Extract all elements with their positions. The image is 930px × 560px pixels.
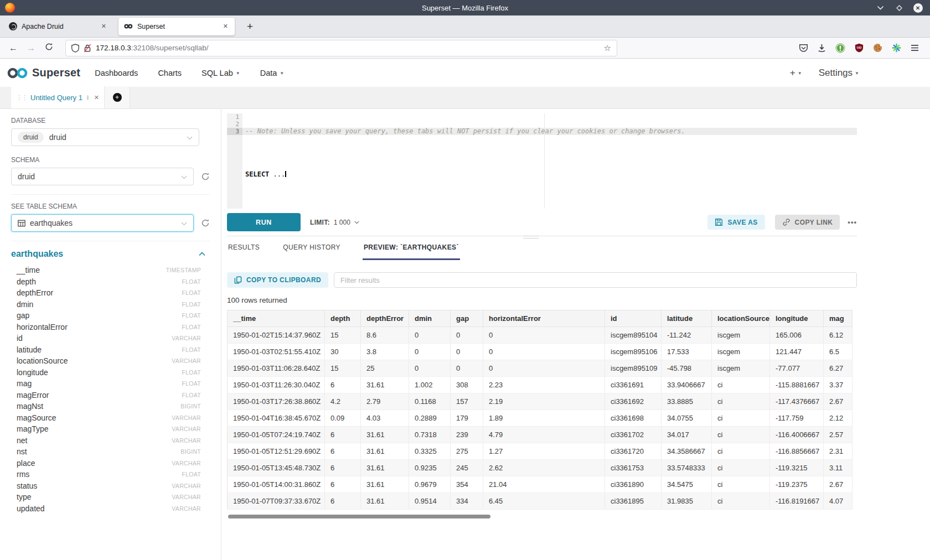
browser-tab-bar: Apache Druid✕Superset✕ + — [0, 15, 930, 38]
column-header-depth[interactable]: depth — [325, 310, 361, 327]
column-header-deptherror[interactable]: depthError — [361, 310, 409, 327]
table-cell: -116.8856667 — [770, 443, 824, 460]
bookmark-star-icon[interactable]: ☆ — [604, 43, 611, 53]
insecure-lock-icon[interactable] — [84, 44, 91, 53]
refresh-schema-icon[interactable] — [201, 172, 210, 181]
refresh-tables-icon[interactable] — [201, 219, 210, 227]
new-item-button[interactable]: + ▼ — [790, 68, 802, 79]
column-header-gap[interactable]: gap — [451, 310, 483, 327]
tab-title: Superset — [137, 23, 218, 30]
window-maximize-icon[interactable] — [892, 1, 906, 14]
table-cell: 1.27 — [483, 443, 605, 460]
nav-item-label: Charts — [158, 69, 182, 77]
more-options-button[interactable]: ••• — [848, 218, 857, 226]
limit-dropdown[interactable]: LIMIT: 1 000 — [310, 219, 359, 226]
schema-select[interactable]: druid — [11, 168, 194, 185]
table-cell: 1950-01-05T14:00:31.860Z — [228, 476, 325, 493]
table-row: 1950-01-05T14:00:31.860Z631.610.96793542… — [228, 476, 852, 493]
copy-link-button[interactable]: COPY LINK — [775, 215, 840, 230]
extension-green-icon[interactable] — [835, 43, 845, 53]
drag-handle-icon[interactable]: ⋮⋮ — [16, 94, 27, 101]
south-tab-preview-earthquakes[interactable]: PREVIEW: `EARTHQUAKES` — [363, 236, 460, 260]
filter-results-input[interactable] — [334, 272, 857, 288]
url-bar[interactable]: 172.18.0.3:32108/superset/sqllab/ ☆ — [65, 40, 617, 56]
table-cell: 239 — [451, 427, 483, 443]
nav-item-dashboards[interactable]: Dashboards — [95, 69, 138, 77]
query-tab-untitled[interactable]: ⋮⋮ Untitled Query 1 ✕ — [11, 86, 104, 108]
table-cell: ci — [712, 427, 770, 443]
table-cell: 1950-01-03T11:06:28.640Z — [228, 360, 325, 377]
table-select[interactable]: earthquakes — [11, 214, 194, 232]
extension-asterisk-icon[interactable] — [892, 43, 901, 53]
window-close-icon[interactable]: ✕ — [911, 1, 924, 14]
nav-item-data[interactable]: Data▼ — [260, 69, 285, 77]
downloads-icon[interactable] — [818, 44, 826, 53]
table-cell: 0 — [483, 360, 605, 377]
menu-hamburger-icon[interactable] — [911, 44, 919, 51]
table-cell: 4.2 — [325, 393, 361, 410]
horizontal-scrollbar-thumb[interactable] — [228, 515, 490, 518]
ublock-origin-icon[interactable]: UO — [855, 43, 864, 53]
save-as-button[interactable]: SAVE AS — [707, 215, 764, 230]
south-tab-results[interactable]: RESULTS — [227, 236, 261, 260]
forward-icon[interactable]: → — [22, 43, 40, 53]
column-row-magnst: magNstBIGINT — [17, 401, 201, 412]
column-row-rms: rmsFLOAT — [17, 469, 201, 480]
browser-tab-apache-druid[interactable]: Apache Druid✕ — [3, 18, 113, 35]
pane-resize-grip[interactable] — [523, 236, 539, 238]
new-tab-button[interactable]: + — [241, 20, 259, 33]
chevron-down-icon — [187, 132, 193, 142]
reload-icon[interactable] — [40, 43, 58, 53]
column-header-mag[interactable]: mag — [824, 310, 852, 327]
table-cell: 0.9679 — [409, 476, 451, 493]
database-select[interactable]: druid druid — [11, 128, 199, 146]
superset-logo[interactable]: Superset — [7, 66, 80, 80]
close-query-tab-icon[interactable]: ✕ — [94, 94, 99, 101]
column-type: VARCHAR — [172, 437, 201, 444]
run-button[interactable]: RUN — [227, 213, 301, 231]
table-cell: 308 — [451, 377, 483, 393]
schema-label: SCHEMA — [11, 156, 210, 164]
nav-item-sql-lab[interactable]: SQL Lab▼ — [202, 69, 240, 77]
query-tab-strip: ⋮⋮ Untitled Query 1 ✕ + — [0, 87, 930, 109]
table-cell: 165.006 — [770, 327, 824, 344]
tab-close-icon[interactable]: ✕ — [222, 23, 229, 30]
horizontal-scrollbar-track — [227, 515, 857, 518]
add-query-tab-button[interactable]: + — [104, 86, 130, 108]
column-header-id[interactable]: id — [605, 310, 662, 327]
table-cell: ci3361691 — [605, 377, 662, 393]
tracking-protection-icon[interactable] — [71, 44, 79, 53]
sql-editor[interactable]: 123 -- Note: Unless you save your query,… — [227, 113, 857, 209]
table-cell: 1.89 — [483, 410, 605, 427]
window-minimize-icon[interactable] — [874, 1, 887, 14]
pocket-icon[interactable] — [799, 44, 808, 53]
nav-item-charts[interactable]: Charts — [158, 69, 182, 77]
column-type: FLOAT — [182, 369, 201, 376]
column-header-dmin[interactable]: dmin — [409, 310, 451, 327]
column-type: FLOAT — [182, 289, 201, 296]
table-cell: 6 — [325, 460, 361, 476]
table-cell: ci3361720 — [605, 443, 662, 460]
collapse-chevron-up-icon[interactable] — [199, 252, 205, 256]
back-icon[interactable]: ← — [4, 43, 22, 53]
table-cell: 6.12 — [824, 327, 852, 344]
column-header-locationsource[interactable]: locationSource — [712, 310, 770, 327]
column-row-place: placeVARCHAR — [17, 458, 201, 469]
tab-close-icon[interactable]: ✕ — [100, 23, 107, 30]
column-header-latitude[interactable]: latitude — [662, 310, 712, 327]
browser-tab-superset[interactable]: Superset✕ — [118, 18, 235, 35]
table-cell: 6 — [325, 443, 361, 460]
column-header-horizontalerror[interactable]: horizontalError — [483, 310, 605, 327]
table-schema-title[interactable]: earthquakes — [11, 249, 63, 259]
column-row-nst: nstBIGINT — [17, 446, 201, 458]
south-tab-query-history[interactable]: QUERY HISTORY — [282, 236, 342, 260]
copy-to-clipboard-button[interactable]: COPY TO CLIPBOARD — [227, 272, 328, 288]
column-type: TIMESTAMP — [166, 267, 201, 273]
table-cell: 17.533 — [662, 344, 712, 360]
cookie-extension-icon[interactable] — [873, 43, 882, 53]
table-cell: 34.5475 — [662, 476, 712, 493]
column-header-longitude[interactable]: longitude — [770, 310, 824, 327]
column-header-time[interactable]: __time — [228, 310, 325, 327]
settings-menu[interactable]: Settings ▼ — [819, 68, 859, 79]
column-row-deptherror: depthErrorFLOAT — [17, 287, 201, 299]
